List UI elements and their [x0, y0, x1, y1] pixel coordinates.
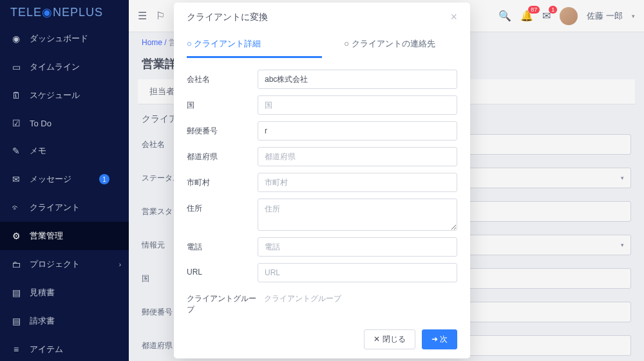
modal-field-row: 住所	[187, 199, 457, 231]
URL-input[interactable]	[258, 263, 457, 282]
会社名-input[interactable]	[258, 70, 457, 89]
arrow-icon: ➜	[431, 335, 440, 344]
modal-field-label: 国	[187, 95, 258, 111]
modal-header: クライアントに変換 ×	[174, 3, 470, 32]
modal-backdrop[interactable]: クライアントに変換 × ○ クライアント詳細○ クライアントの連絡先 会社名国郵…	[0, 0, 644, 361]
modal-field-label: 住所	[187, 199, 258, 214]
modal-field-label: クライアントグループ	[187, 289, 258, 315]
電話-input[interactable]	[258, 237, 457, 257]
クライアントグループ-static: クライアントグループ	[258, 289, 457, 309]
modal-field-label: 市町村	[187, 173, 258, 188]
modal-field-row: 都道府県	[187, 147, 457, 166]
郵便番号-input[interactable]	[258, 121, 457, 141]
close-icon-x: ✕	[374, 335, 382, 344]
modal-footer: ✕ 閉じる ➜ 次	[174, 323, 470, 358]
国-input[interactable]	[258, 95, 457, 115]
modal-field-row: 電話	[187, 237, 457, 257]
modal-tab[interactable]: ○ クライアントの連絡先	[322, 32, 457, 58]
modal-title: クライアントに変換	[187, 12, 268, 23]
close-button[interactable]: ✕ 閉じる	[364, 329, 415, 349]
modal-field-label: 都道府県	[187, 147, 258, 162]
市町村-input[interactable]	[258, 173, 457, 192]
modal-field-row: 会社名	[187, 70, 457, 89]
modal-tab[interactable]: ○ クライアント詳細	[187, 32, 322, 58]
app-root: TELE◉NEPLUS ◉ダッシュボード▭タイムライン🗓スケジュール☑To Do…	[0, 0, 644, 361]
都道府県-input[interactable]	[258, 147, 457, 166]
next-button[interactable]: ➜ 次	[422, 329, 457, 349]
modal-field-row: 国	[187, 95, 457, 115]
modal-field-label: 電話	[187, 237, 258, 253]
close-icon[interactable]: ×	[450, 10, 457, 24]
modal-field-row: 郵便番号	[187, 121, 457, 141]
modal-tabs: ○ クライアント詳細○ クライアントの連絡先	[174, 32, 470, 58]
modal-field-label: 会社名	[187, 70, 258, 85]
modal: クライアントに変換 × ○ クライアント詳細○ クライアントの連絡先 会社名国郵…	[174, 3, 470, 358]
modal-field-label: URL	[187, 263, 258, 277]
modal-body: 会社名国郵便番号都道府県市町村住所電話URLクライアントグループクライアントグル…	[174, 58, 470, 323]
住所-input[interactable]	[258, 199, 457, 231]
modal-field-row: 市町村	[187, 173, 457, 192]
modal-field-row: URL	[187, 263, 457, 282]
modal-field-label: 郵便番号	[187, 121, 258, 137]
modal-field-row: クライアントグループクライアントグループ	[187, 289, 457, 315]
